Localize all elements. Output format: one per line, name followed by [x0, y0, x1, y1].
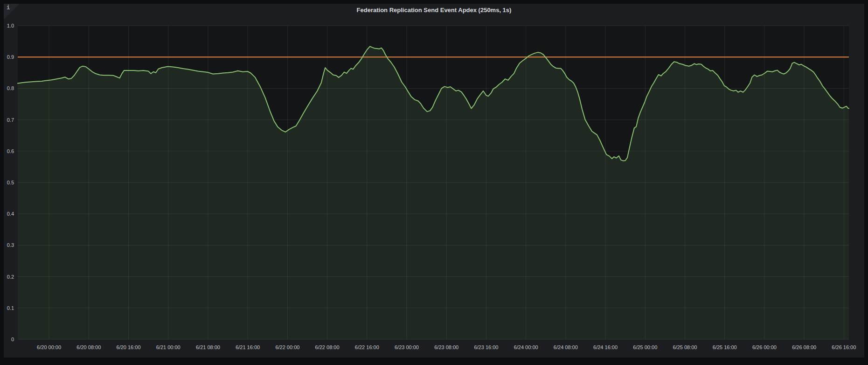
x-tick-label: 6/25 08:00: [673, 344, 697, 350]
y-tick-label: 0.4: [7, 211, 14, 217]
x-tick-label: 6/21 00:00: [156, 344, 181, 350]
x-tick-label: 6/22 00:00: [275, 344, 299, 350]
x-tick-label: 6/26 00:00: [752, 344, 777, 350]
timeseries-chart[interactable]: 00.10.20.30.40.50.60.70.80.91.06/20 00:0…: [0, 0, 868, 365]
y-axis: 00.10.20.30.40.50.60.70.80.91.0: [7, 23, 14, 342]
x-tick-label: 6/23 00:00: [395, 344, 419, 350]
x-tick-label: 6/25 16:00: [713, 344, 737, 350]
x-tick-label: 6/23 16:00: [474, 344, 498, 350]
x-tick-label: 6/26 08:00: [792, 344, 816, 350]
y-tick-label: 0.7: [7, 117, 14, 123]
y-tick-label: 0.3: [7, 242, 14, 248]
x-tick-label: 6/22 16:00: [355, 344, 379, 350]
x-tick-label: 6/20 00:00: [37, 344, 61, 350]
x-tick-label: 6/20 16:00: [117, 344, 141, 350]
y-tick-label: 0.6: [7, 148, 14, 154]
y-tick-label: 0: [11, 337, 14, 342]
y-tick-label: 0.5: [7, 180, 14, 185]
x-tick-label: 6/22 08:00: [315, 344, 340, 350]
x-tick-label: 6/24 00:00: [514, 344, 538, 350]
y-tick-label: 0.8: [7, 85, 14, 91]
x-tick-label: 6/24 08:00: [554, 344, 578, 350]
x-tick-label: 6/21 16:00: [236, 344, 260, 350]
page-background: i Federation Replication Send Event Apde…: [0, 0, 868, 365]
y-tick-label: 0.1: [7, 305, 14, 311]
x-tick-label: 6/25 00:00: [633, 344, 657, 350]
x-tick-label: 6/24 16:00: [593, 344, 618, 350]
y-tick-label: 0.2: [7, 274, 14, 280]
x-tick-label: 6/23 08:00: [434, 344, 458, 350]
x-tick-label: 6/21 08:00: [196, 344, 220, 350]
x-tick-label: 6/20 08:00: [76, 344, 101, 350]
x-axis: 6/20 00:006/20 08:006/20 16:006/21 00:00…: [37, 344, 856, 350]
x-tick-label: 6/26 16:00: [832, 344, 856, 350]
y-tick-label: 0.9: [7, 54, 14, 60]
y-tick-label: 1.0: [7, 23, 14, 28]
